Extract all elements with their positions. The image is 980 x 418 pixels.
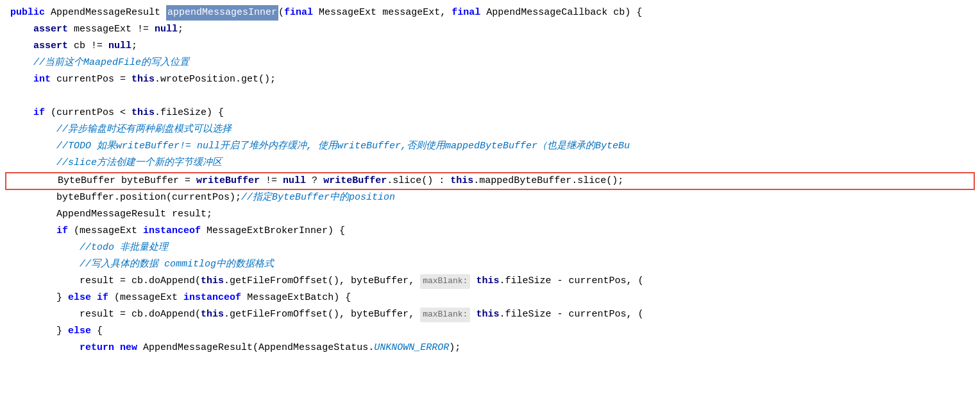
text-getfile1: .getFileFromOffset(), byteBuffer, xyxy=(224,274,420,289)
comment-7: //写入具体的数据 commitlog中的数据格式 xyxy=(80,257,274,272)
text-instanceof1: (messageExt xyxy=(68,223,143,239)
text-filesize-expr2: .fileSize - currentPos, ( xyxy=(499,307,643,322)
kw-this2: this xyxy=(131,105,155,121)
text-currentpos: currentPos = xyxy=(51,72,131,87)
method-name-highlight: appendMessagesInner xyxy=(166,5,278,21)
code-line-6 xyxy=(0,89,980,105)
indent-11 xyxy=(10,223,56,239)
comment-3: //TODO 如果writeBuffer!= null开启了堆外内存缓冲, 使用… xyxy=(56,139,630,154)
code-line-13: AppendMessageResult result; xyxy=(0,207,980,223)
text-space1 xyxy=(470,274,476,289)
text-cb: AppendMessageCallback cb) { xyxy=(480,5,642,21)
text-semi2: ; xyxy=(131,39,137,54)
code-line-20: } else { xyxy=(0,324,980,340)
kw-final2: final xyxy=(452,5,480,21)
text-result-assign1: result = cb.doAppend( xyxy=(80,274,201,289)
comment-6: //todo 非批量处理 xyxy=(80,240,168,256)
text-close-paren: ); xyxy=(449,340,460,356)
indent-18 xyxy=(10,340,80,356)
indent-6 xyxy=(10,122,56,137)
kw-this6: this xyxy=(201,307,224,322)
kw-else2: else xyxy=(68,324,91,339)
kw-assert2: assert xyxy=(33,39,68,54)
var-writebuffer1: writeBuffer xyxy=(196,173,260,189)
text-filesize1: .fileSize) { xyxy=(155,105,224,121)
kw-final1: final xyxy=(284,5,313,21)
param-hint-maxblank2: maxBlank: xyxy=(420,308,470,322)
text-params-start: ( xyxy=(278,5,284,21)
kw-new: new xyxy=(120,340,137,356)
indent-9 xyxy=(10,190,56,205)
kw-else1: else xyxy=(68,290,91,306)
text-space2 xyxy=(91,290,97,306)
indent-3 xyxy=(10,55,33,71)
text-messageext: MessageExt messageExt, xyxy=(313,5,452,21)
text-semi1: ; xyxy=(178,22,183,37)
text-instanceof2: (messageExt xyxy=(108,290,183,306)
kw-this3: this xyxy=(450,173,473,189)
code-line-19: result = cb.doAppend( this .getFileFromO… xyxy=(0,307,980,324)
indent-2 xyxy=(10,39,33,54)
kw-this1: this xyxy=(131,72,155,87)
indent-5 xyxy=(10,105,33,121)
code-line-16: //写入具体的数据 commitlog中的数据格式 xyxy=(0,257,980,274)
code-line-21: return new AppendMessageResult(AppendMes… xyxy=(0,340,980,357)
code-line-3: assert cb != null ; xyxy=(0,39,980,55)
code-editor: public AppendMessageResult appendMessage… xyxy=(0,0,980,418)
code-line-15: //todo 非批量处理 xyxy=(0,240,980,257)
indent-16 xyxy=(10,307,80,322)
text-close-brace2: } xyxy=(56,324,68,339)
code-line-4: //当前这个MaapedFile的写入位置 xyxy=(0,55,980,72)
code-line-12: byteBuffer.position(currentPos); //指定Byt… xyxy=(0,190,980,207)
kw-this7: this xyxy=(476,307,499,322)
indent-8 xyxy=(10,155,56,171)
text-ternary: ? xyxy=(306,173,323,189)
indent-10 xyxy=(10,207,56,222)
text-else-brace: { xyxy=(91,324,103,339)
comment-5: //指定ByteBuffer中的position xyxy=(241,190,395,205)
text-getfile2: .getFileFromOffset(), byteBuffer, xyxy=(224,307,420,322)
code-line-18: } else if (messageExt instanceof Message… xyxy=(0,290,980,307)
text-neq: != xyxy=(260,173,283,189)
comment-2: //异步输盘时还有两种刷盘模式可以选择 xyxy=(56,122,232,137)
text-close-brace1: } xyxy=(56,290,68,306)
text-space3 xyxy=(470,307,476,322)
comment-1: //当前这个MaapedFile的写入位置 xyxy=(33,55,189,71)
kw-instanceof2: instanceof xyxy=(183,290,241,306)
indent-12 xyxy=(10,240,80,256)
text-result-assign2: result = cb.doAppend( xyxy=(80,307,201,322)
indent-4 xyxy=(10,72,33,87)
kw-null3: null xyxy=(283,173,306,189)
text-result-decl: AppendMessageResult result; xyxy=(56,207,212,222)
kw-if2: if xyxy=(56,223,68,239)
text-bb-position: byteBuffer.position(currentPos); xyxy=(56,190,241,205)
code-line-8: //异步输盘时还有两种刷盘模式可以选择 xyxy=(0,122,980,139)
text-bytebuffer-decl: ByteBuffer byteBuffer = xyxy=(12,173,196,189)
kw-if3: if xyxy=(97,290,108,306)
text-if1: (currentPos < xyxy=(45,105,131,121)
code-line-9: //TODO 如果writeBuffer!= null开启了堆外内存缓冲, 使用… xyxy=(0,139,980,155)
kw-instanceof1: instanceof xyxy=(143,223,201,239)
indent-14 xyxy=(10,274,80,289)
code-line-7: if (currentPos < this .fileSize) { xyxy=(0,105,980,122)
kw-null2: null xyxy=(108,39,131,54)
text-assert1: messageExt != xyxy=(68,22,155,37)
kw-null1: null xyxy=(155,22,178,37)
kw-assert1: assert xyxy=(33,22,68,37)
var-writebuffer2: writeBuffer xyxy=(323,173,387,189)
text-filesize-expr1: .fileSize - currentPos, ( xyxy=(499,274,643,289)
text-appendmessage-result: AppendMessageResult(AppendMessageStatus. xyxy=(137,340,374,356)
kw-this5: this xyxy=(476,274,499,289)
code-line-2: assert messageExt != null ; xyxy=(0,22,980,39)
indent-15 xyxy=(10,290,56,306)
text-wroteposition: .wrotePosition.get(); xyxy=(155,72,276,87)
kw-if1: if xyxy=(33,105,45,121)
code-line-17: result = cb.doAppend( this .getFileFromO… xyxy=(0,274,980,290)
kw-public: public xyxy=(10,5,45,21)
code-line-5: int currentPos = this .wrotePosition.get… xyxy=(0,72,980,89)
const-unknown-error: UNKNOWN_ERROR xyxy=(374,340,449,356)
code-line-11-highlighted: ByteBuffer byteBuffer = writeBuffer != n… xyxy=(5,172,975,190)
code-line-10: //slice方法创建一个新的字节缓冲区 xyxy=(0,155,980,172)
text-space4 xyxy=(114,340,120,356)
text-messageextbroker: MessageExtBrokerInner) { xyxy=(201,223,345,239)
